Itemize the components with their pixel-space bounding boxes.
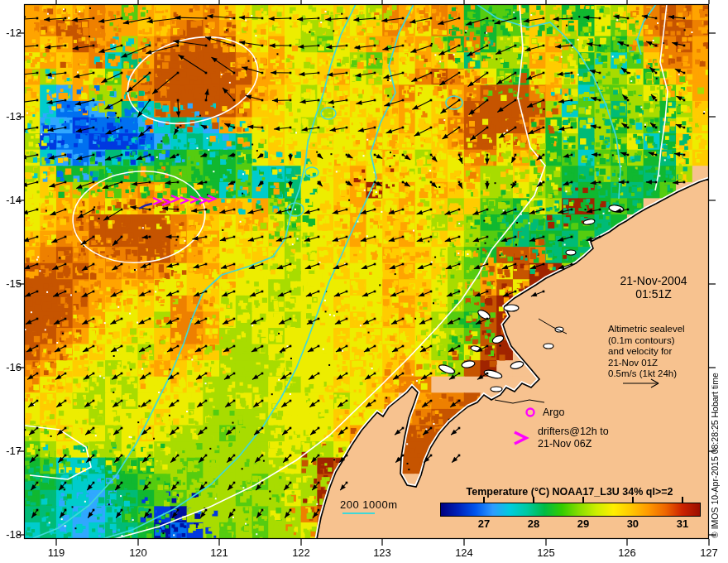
velocity-arrow-base	[261, 99, 264, 102]
velocity-arrow-base	[177, 127, 180, 129]
velocity-arrow-head	[524, 18, 529, 23]
velocity-arrow-head	[621, 68, 627, 73]
velocity-arrow-head	[309, 374, 314, 379]
velocity-arrow-head	[98, 18, 104, 23]
colorbar-tick-label: 29	[569, 517, 597, 530]
velocity-arrow-base	[290, 318, 292, 320]
velocity-arrow-base	[486, 263, 489, 266]
velocity-arrow-head	[140, 374, 146, 379]
velocity-arrow-head	[112, 374, 117, 379]
velocity-arrow-base	[149, 291, 151, 293]
velocity-arrow-head	[366, 402, 371, 407]
velocity-arrow-base	[177, 318, 180, 320]
velocity-arrow-base	[233, 455, 236, 457]
velocity-arrow-base	[290, 509, 292, 512]
velocity-arrow-head	[501, 238, 508, 242]
date-line: 21-Nov-2004	[610, 274, 697, 287]
drifter-legend-label: drifters@12h to 21-Nov 06Z	[538, 426, 609, 450]
velocity-arrow-base	[290, 263, 292, 266]
velocity-arrow-base	[515, 236, 517, 238]
lat-tick-label: -13	[0, 110, 22, 123]
colorbar-tick	[483, 497, 485, 503]
velocity-arrow-head	[477, 374, 483, 379]
lon-tick-label: 125	[529, 546, 563, 559]
velocity-arrow-head	[309, 402, 315, 407]
velocity-arrow-head	[410, 48, 417, 52]
velocity-arrow-base	[149, 482, 151, 484]
velocity-arrow-base	[458, 291, 461, 293]
velocity-arrow-base	[233, 181, 236, 184]
velocity-arrow-base	[290, 181, 292, 184]
velocity-arrow-head	[587, 42, 592, 47]
velocity-arrow-base	[93, 291, 95, 293]
lon-tick-label: 126	[611, 546, 644, 559]
velocity-arrow-base	[655, 17, 658, 20]
velocity-arrow-base	[233, 17, 236, 20]
velocity-arrow-head	[272, 98, 278, 103]
velocity-arrow-head	[499, 133, 505, 138]
velocity-arrow-base	[205, 263, 208, 266]
velocity-arrow-base	[261, 17, 264, 20]
velocity-arrow-shaft	[17, 73, 37, 75]
velocity-arrow-head	[392, 347, 398, 352]
velocity-arrow-head	[219, 209, 225, 214]
velocity-arrow-base	[599, 127, 601, 129]
velocity-arrow-head	[384, 102, 390, 106]
velocity-arrow-base	[430, 236, 433, 238]
velocity-arrow-head	[55, 374, 61, 379]
velocity-arrow-base	[149, 209, 151, 211]
velocity-arrow-base	[205, 482, 208, 484]
velocity-arrow-base	[346, 181, 348, 184]
velocity-arrow-base	[430, 17, 433, 20]
velocity-arrow-base	[121, 509, 123, 512]
velocity-arrow-head	[200, 512, 205, 517]
velocity-arrow-base	[177, 72, 180, 75]
velocity-arrow-head	[420, 347, 426, 352]
velocity-arrow-head	[673, 180, 678, 185]
velocity-arrow-head	[336, 347, 342, 352]
island	[477, 309, 491, 321]
velocity-arrow-base	[486, 345, 489, 348]
velocity-arrow-head	[52, 265, 59, 269]
velocity-arrow-base	[177, 291, 180, 293]
velocity-arrow-head	[250, 292, 256, 296]
velocity-arrow-base	[233, 127, 236, 129]
velocity-arrow-head	[362, 265, 368, 269]
velocity-arrow-base	[65, 509, 67, 512]
velocity-arrow-head	[356, 100, 362, 105]
velocity-arrow-base	[290, 427, 292, 430]
altimetric-note-line: and velocity for	[608, 346, 685, 358]
velocity-arrow-head	[88, 512, 93, 517]
drifter-legend-line: drifters@12h to	[538, 426, 609, 438]
colorbar	[440, 503, 701, 517]
velocity-arrow-base	[149, 263, 151, 266]
velocity-arrow-base	[374, 400, 376, 402]
velocity-arrow-base	[627, 209, 630, 211]
velocity-arrow-base	[36, 236, 39, 238]
velocity-arrow-head	[386, 129, 393, 133]
velocity-arrow-base	[402, 455, 405, 457]
velocity-arrow-head	[55, 347, 60, 352]
velocity-arrow-base	[205, 99, 208, 102]
velocity-arrow-head	[410, 19, 415, 23]
velocity-arrow-head	[83, 347, 89, 352]
velocity-arrow-head	[475, 292, 481, 296]
bathymetry-scale-label: 200 1000m	[340, 498, 398, 511]
velocity-arrow-base	[290, 154, 292, 156]
velocity-arrow-base	[36, 291, 39, 293]
lat-tick-label: -16	[0, 361, 22, 373]
velocity-arrow-base	[627, 45, 630, 47]
velocity-arrow-base	[683, 181, 686, 184]
velocity-arrow-base	[515, 263, 517, 266]
velocity-arrow-base	[233, 345, 236, 348]
velocity-arrow-base	[65, 482, 67, 484]
velocity-arrow-base	[571, 45, 573, 47]
lon-tick-label: 121	[203, 546, 236, 559]
velocity-arrow-base	[149, 345, 151, 348]
velocity-arrow-head	[333, 209, 338, 214]
velocity-arrow-base	[543, 127, 545, 129]
velocity-arrow-base	[121, 209, 123, 211]
lon-tick-label: 119	[40, 546, 73, 559]
bathymetry-scale-line	[342, 512, 375, 514]
velocity-arrow-base	[205, 45, 208, 47]
